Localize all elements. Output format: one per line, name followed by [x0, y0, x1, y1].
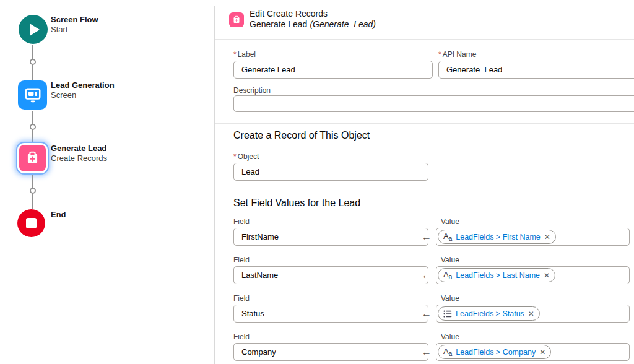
value-input-firstname[interactable]: Aa LeadFields > First Name ✕: [436, 228, 630, 246]
node-subtitle: Create Records: [51, 154, 107, 163]
field-label: Field: [233, 294, 250, 303]
create-records-header-icon: [229, 12, 244, 27]
section-divider: [215, 39, 634, 40]
remove-pill-icon[interactable]: ✕: [544, 233, 550, 241]
resource-pill[interactable]: LeadFields > Status ✕: [438, 306, 540, 321]
resource-link[interactable]: LeadFields > Last Name: [456, 271, 540, 280]
assign-arrow-icon: ←: [419, 343, 434, 361]
section-divider: [215, 123, 634, 124]
assign-arrow-icon: ←: [419, 266, 434, 284]
create-records-icon: [24, 150, 41, 167]
field-input-status[interactable]: [233, 305, 428, 323]
assign-arrow-icon: ←: [419, 305, 434, 323]
resource-pill[interactable]: Aa LeadFields > Company ✕: [438, 345, 551, 359]
value-input-company[interactable]: Aa LeadFields > Company ✕: [436, 343, 630, 361]
edit-panel: Edit Create Records Generate Lead(Genera…: [215, 0, 634, 364]
node-subtitle: Screen: [51, 90, 115, 100]
start-node-label: Screen Flow Start: [51, 15, 98, 35]
field-input-company[interactable]: [233, 343, 428, 361]
resource-pill[interactable]: Aa LeadFields > First Name ✕: [438, 230, 556, 244]
value-label: Value: [441, 256, 459, 264]
object-field-label: *Object: [233, 152, 259, 161]
section-divider: [215, 191, 634, 191]
value-label: Value: [441, 217, 459, 226]
assign-arrow-icon: ←: [419, 228, 434, 246]
label-input[interactable]: [233, 61, 433, 79]
label-field-label: *Label: [233, 50, 256, 59]
canvas-top-border: [0, 6, 214, 6]
end-node-label: End: [51, 210, 66, 220]
remove-pill-icon[interactable]: ✕: [544, 271, 550, 280]
remove-pill-icon[interactable]: ✕: [528, 310, 534, 318]
api-name-field-label: *API Name: [438, 50, 476, 59]
resource-link[interactable]: LeadFields > Status: [456, 310, 524, 318]
field-input-lastname[interactable]: [233, 266, 428, 284]
node-title: Lead Generation: [51, 80, 115, 90]
value-input-status[interactable]: LeadFields > Status ✕: [436, 305, 630, 323]
value-label: Value: [441, 294, 459, 303]
field-label: Field: [233, 256, 250, 264]
value-input-lastname[interactable]: Aa LeadFields > Last Name ✕: [436, 266, 630, 284]
text-icon: Aa: [443, 347, 452, 357]
element-api-name: (Generate_Lead): [310, 19, 376, 29]
required-mark: *: [233, 152, 237, 161]
node-title: End: [51, 210, 66, 220]
required-mark: *: [233, 50, 237, 59]
object-input[interactable]: [233, 163, 428, 181]
flow-canvas: Screen Flow Start Lead Generation Screen…: [0, 0, 214, 364]
text-icon: Aa: [443, 270, 452, 280]
node-subtitle: Start: [51, 25, 98, 35]
object-section-heading: Create a Record of This Object: [233, 130, 370, 141]
node-title: Generate Lead: [51, 144, 107, 154]
field-input-firstname[interactable]: [233, 228, 428, 246]
description-input[interactable]: [233, 95, 634, 112]
resource-pill[interactable]: Aa LeadFields > Last Name ✕: [438, 268, 555, 282]
field-label: Field: [233, 217, 250, 226]
text-icon: Aa: [443, 232, 452, 242]
screen-node-label: Lead Generation Screen: [51, 80, 115, 100]
flow-node-start[interactable]: [19, 15, 48, 44]
element-name: Generate Lead: [250, 19, 307, 29]
picklist-icon: [443, 310, 452, 318]
screen-icon: [24, 86, 42, 105]
field-label: Field: [233, 332, 250, 341]
flow-node-end[interactable]: [17, 209, 45, 237]
node-title: Screen Flow: [51, 15, 98, 25]
description-field-label: Description: [233, 86, 271, 95]
stop-icon: [26, 218, 37, 228]
flow-node-create-records[interactable]: [19, 145, 46, 171]
resource-link[interactable]: LeadFields > Company: [456, 348, 536, 357]
add-element-button[interactable]: [30, 188, 36, 194]
remove-pill-icon[interactable]: ✕: [539, 348, 545, 357]
required-mark: *: [438, 50, 441, 59]
add-element-button[interactable]: [30, 124, 36, 130]
resource-link[interactable]: LeadFields > First Name: [456, 233, 541, 241]
panel-title: Edit Create Records: [250, 9, 328, 19]
api-name-input[interactable]: [438, 61, 634, 79]
value-label: Value: [441, 332, 459, 341]
create-records-node-label: Generate Lead Create Records: [51, 144, 107, 163]
field-values-heading: Set Field Values for the Lead: [233, 197, 360, 209]
flow-node-screen[interactable]: [18, 80, 47, 110]
panel-subtitle: Generate Lead(Generate_Lead): [250, 19, 376, 30]
play-icon: [30, 24, 40, 36]
add-element-button[interactable]: [30, 59, 36, 65]
